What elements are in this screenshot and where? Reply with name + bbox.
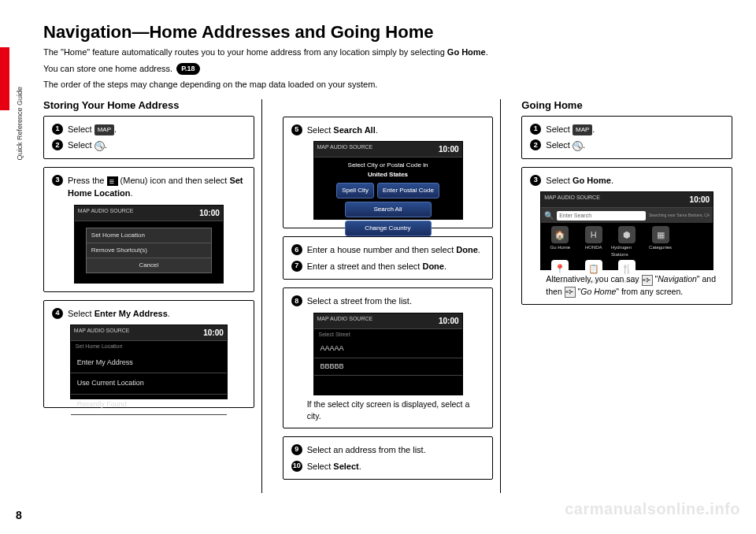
- scr5-clock: 10:00: [690, 194, 710, 206]
- scr3-b1: Spell City: [336, 183, 374, 198]
- s5b: Search All: [333, 125, 375, 135]
- page-tab: [0, 47, 9, 110]
- g2a: Select: [546, 140, 573, 150]
- scr1-clock: 10:00: [199, 207, 220, 219]
- storing-box-3: 4 Select Enter My Address. MAP AUDIO SOU…: [43, 300, 254, 409]
- s10b: Select: [333, 462, 358, 471]
- g2b: .: [583, 140, 585, 150]
- step-5-text: Select Search All.: [307, 124, 485, 137]
- intro1-c: .: [486, 47, 488, 57]
- step-1: 1 Select MAP.: [52, 123, 246, 136]
- scr2-hdr: Set Home Location: [71, 341, 227, 353]
- step-num-2: 2: [52, 139, 63, 150]
- s6b: Done: [456, 245, 478, 254]
- s5c: .: [376, 125, 378, 135]
- going-num-3: 3: [530, 175, 541, 186]
- search-circle-icon-2: 🔍: [573, 141, 583, 151]
- going-step-1-text: Select MAP.: [546, 123, 724, 136]
- step-5: 5 Select Search All.: [291, 124, 485, 137]
- intro-line-3: The order of the steps may change depend…: [43, 78, 732, 91]
- scr5-c2: HONDA: [585, 244, 602, 251]
- step-4: 4 Select Enter My Address.: [52, 307, 246, 321]
- s7c: .: [444, 261, 447, 271]
- storing-box-4: 5 Select Search All. MAP AUDIO SOURCE 10…: [283, 117, 494, 229]
- page-title: Navigation—Home Addresses and Going Home: [43, 22, 732, 43]
- g3b: Go Home: [573, 176, 611, 185]
- gf: Go Home: [580, 287, 616, 296]
- scr2-r3: Recently Found: [71, 395, 227, 416]
- step-8: 8 Select a street from the list.: [291, 295, 485, 308]
- map-icon-2: MAP: [573, 124, 592, 135]
- scr5-c4: Categories: [649, 244, 672, 251]
- scr3-tabs: MAP AUDIO SOURCE: [317, 143, 373, 155]
- going-step-3: 3 Select Go Home.: [530, 174, 724, 187]
- storing-heading: Storing Your Home Address: [43, 99, 254, 111]
- scr4-r2: BBBBB: [314, 358, 462, 376]
- storing-box-1: 1 Select MAP. 2 Select 🔍.: [43, 116, 254, 159]
- step-2: 2 Select 🔍.: [52, 139, 246, 152]
- storing-box-2: 3 Press the (Menu) icon and then select …: [43, 167, 254, 292]
- column-going-home: Going Home 1 Select MAP. 2 Select 🔍.: [521, 99, 732, 488]
- step-7-text: Enter a street and then select Done.: [307, 260, 485, 273]
- step-1-text: Select MAP.: [68, 123, 246, 136]
- gg: " from any screen.: [616, 287, 683, 296]
- scr1-opt3: Cancel: [87, 258, 211, 273]
- g1a: Select: [546, 124, 573, 134]
- scr4-tabs: MAP AUDIO SOURCE: [317, 315, 373, 327]
- scr2-r1: Enter My Address: [71, 353, 227, 374]
- going-alt-text: Alternatively, you can say «⊱ "Navigatio…: [546, 273, 719, 297]
- step-num-5: 5: [291, 124, 302, 135]
- step-7: 7 Enter a street and then select Done.: [291, 260, 485, 273]
- screenshot-search-all: MAP AUDIO SOURCE 10:00 Select City or Po…: [313, 141, 463, 220]
- step-2-text: Select 🔍.: [68, 139, 246, 152]
- search-circle-icon: 🔍: [94, 141, 105, 151]
- s3b: (Menu) icon and then select: [118, 176, 230, 185]
- s10a: Select: [307, 462, 334, 471]
- screenshot-enter-address: MAP AUDIO SOURCE 10:00 Set Home Location…: [70, 324, 228, 399]
- screenshot-set-home: MAP AUDIO SOURCE 10:00 Set Home Location…: [74, 205, 224, 284]
- step-num-4: 4: [52, 308, 63, 319]
- home-icon: 🏠: [551, 226, 569, 243]
- going-heading: Going Home: [521, 99, 732, 111]
- step-num-6: 6: [291, 244, 302, 255]
- step-9: 9 Select an address from the list.: [291, 443, 485, 457]
- going-box-2: 3 Select Go Home. MAP AUDIO SOURCE 10:00…: [521, 167, 732, 305]
- going-num-2: 2: [530, 139, 541, 150]
- column-divider-1: [261, 99, 262, 493]
- s6a: Enter a house number and then select: [307, 245, 457, 254]
- step-num-3: 3: [52, 175, 63, 186]
- scr5-c3: Hydrogen Stations: [611, 244, 643, 258]
- screenshot-go-home: MAP AUDIO SOURCE 10:00 🔍 Enter Search Se…: [540, 191, 713, 270]
- g1b: .: [592, 124, 595, 134]
- g3c: .: [611, 176, 613, 185]
- hydrogen-icon: ⬢: [618, 226, 636, 243]
- s4c: .: [168, 309, 170, 318]
- step-num-9: 9: [291, 444, 302, 455]
- storing-box-7: 9 Select an address from the list. 10 Se…: [283, 436, 494, 480]
- scr2-tabs: MAP AUDIO SOURCE: [74, 327, 130, 339]
- step-8-text: Select a street from the list.: [307, 295, 485, 308]
- scr5-tabs: MAP AUDIO SOURCE: [544, 194, 600, 206]
- going-num-1: 1: [530, 124, 541, 135]
- s4b: Enter My Address: [94, 309, 168, 318]
- intro2-a: You can store one home address.: [43, 64, 175, 73]
- scr3-hdr-b: United States: [368, 171, 408, 178]
- scr1-opt2: Remove Shortcut(s): [87, 243, 211, 258]
- voice-icon-1: «⊱: [642, 275, 653, 286]
- scr1-menu: Set Home Location Remove Shortcut(s) Can…: [86, 228, 212, 273]
- intro1-a: The "Home" feature automatically routes …: [43, 47, 447, 57]
- step-num-1: 1: [52, 124, 63, 135]
- s3d: .: [130, 188, 132, 198]
- gc: Navigation: [658, 274, 697, 284]
- column-storing-1: Storing Your Home Address 1 Select MAP. …: [43, 99, 254, 488]
- scr4-hdr: Select Street: [314, 329, 462, 341]
- menu-icon: [107, 176, 118, 186]
- step-3-text: Press the (Menu) icon and then select Se…: [68, 174, 246, 200]
- voice-icon-2: «⊱: [565, 287, 576, 298]
- page-ref-pill: P.18: [176, 63, 199, 76]
- g3a: Select: [546, 176, 573, 185]
- column-divider-2: [500, 99, 501, 493]
- page-number: 8: [16, 509, 22, 521]
- step-6: 6 Enter a house number and then select D…: [291, 243, 485, 257]
- scr1-opt1: Set Home Location: [87, 228, 211, 243]
